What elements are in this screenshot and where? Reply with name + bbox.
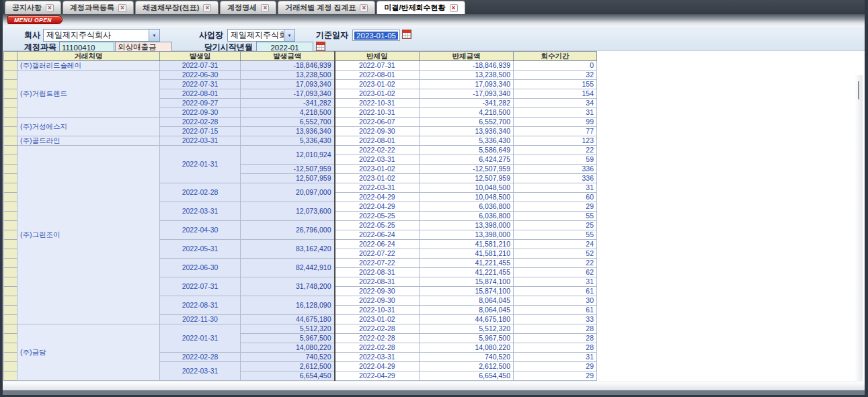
- repayment-amount-cell[interactable]: 5,512,320: [420, 324, 514, 334]
- tab-close-icon[interactable]: ×: [450, 4, 458, 12]
- calendar-icon[interactable]: [316, 42, 325, 51]
- occurrence-date-cell[interactable]: 2022-09-27: [160, 99, 241, 108]
- occurrence-amount-cell[interactable]: 44,675,180: [241, 315, 335, 324]
- collection-period-cell[interactable]: 55: [514, 212, 597, 221]
- collection-period-cell[interactable]: 77: [514, 127, 597, 136]
- tab-item[interactable]: 미결/반제회수현황×: [377, 1, 465, 14]
- repayment-amount-cell[interactable]: 41,581,210: [420, 249, 514, 259]
- collection-period-cell[interactable]: 25: [514, 221, 597, 230]
- repayment-amount-cell[interactable]: 6,424,275: [420, 155, 514, 165]
- occurrence-date-cell[interactable]: 2022-05-31: [160, 240, 241, 259]
- tab-close-icon[interactable]: ×: [118, 4, 126, 12]
- repayment-date-cell[interactable]: 2022-03-31: [335, 183, 420, 193]
- repayment-amount-cell[interactable]: -341,282: [420, 99, 514, 108]
- tab-item[interactable]: 계정과목등록×: [63, 1, 134, 14]
- vertical-scrollbar-thumb[interactable]: [858, 81, 859, 99]
- repayment-date-cell[interactable]: 2022-02-28: [335, 334, 420, 343]
- occurrence-amount-cell[interactable]: -12,507,959: [241, 165, 335, 174]
- repayment-amount-cell[interactable]: 10,048,500: [420, 193, 514, 202]
- occurrence-amount-cell[interactable]: 5,512,320: [241, 324, 335, 334]
- occurrence-amount-cell[interactable]: 6,654,450: [241, 371, 335, 381]
- tab-close-icon[interactable]: ×: [203, 4, 211, 12]
- collection-period-cell[interactable]: 22: [514, 259, 597, 268]
- row-indicator-cell[interactable]: [4, 89, 17, 99]
- occurrence-amount-cell[interactable]: 5,336,430: [241, 136, 335, 146]
- collection-period-cell[interactable]: 29: [514, 202, 597, 212]
- row-indicator-cell[interactable]: [4, 277, 17, 287]
- collection-period-cell[interactable]: 34: [514, 99, 597, 108]
- repayment-date-cell[interactable]: 2022-07-22: [335, 249, 420, 259]
- repayment-date-cell[interactable]: 2022-07-31: [335, 61, 420, 71]
- row-indicator-cell[interactable]: [4, 99, 17, 108]
- collection-period-cell[interactable]: 31: [514, 353, 597, 362]
- table-row[interactable]: (주)금담2022-01-315,512,3202022-02-285,512,…: [4, 324, 597, 334]
- row-indicator-cell[interactable]: [4, 296, 17, 306]
- tab-item[interactable]: 공지사항×: [5, 1, 61, 14]
- customer-name-cell[interactable]: (주)그린조이: [17, 146, 160, 324]
- occurrence-date-cell[interactable]: 2022-03-31: [160, 202, 241, 221]
- calendar-icon[interactable]: [402, 30, 411, 39]
- repayment-amount-cell[interactable]: 5,967,500: [420, 334, 514, 343]
- collection-period-cell[interactable]: 29: [514, 362, 597, 371]
- occurrence-amount-cell[interactable]: 13,238,500: [241, 71, 335, 80]
- occurrence-amount-cell[interactable]: 83,162,420: [241, 240, 335, 259]
- repayment-date-cell[interactable]: 2022-02-28: [335, 343, 420, 353]
- repayment-date-cell[interactable]: 2022-10-31: [335, 99, 420, 108]
- occurrence-date-cell[interactable]: 2022-08-01: [160, 89, 241, 99]
- horizontal-scrollbar[interactable]: [3, 381, 865, 390]
- row-indicator-cell[interactable]: [4, 259, 17, 268]
- collection-period-cell[interactable]: 60: [514, 193, 597, 202]
- row-indicator-cell[interactable]: [4, 268, 17, 277]
- repayment-date-cell[interactable]: 2022-04-29: [335, 371, 420, 381]
- repayment-date-cell[interactable]: 2022-05-25: [335, 221, 420, 230]
- occurrence-amount-cell[interactable]: 5,967,500: [241, 334, 335, 343]
- collection-period-cell[interactable]: 31: [514, 108, 597, 118]
- row-indicator-cell[interactable]: [4, 334, 17, 343]
- repayment-amount-cell[interactable]: 6,654,450: [420, 371, 514, 381]
- occurrence-amount-cell[interactable]: -341,282: [241, 99, 335, 108]
- collection-period-cell[interactable]: 22: [514, 146, 597, 155]
- repayment-amount-cell[interactable]: -17,093,340: [420, 89, 514, 99]
- row-indicator-cell[interactable]: [4, 240, 17, 249]
- occurrence-amount-cell[interactable]: 2,612,500: [241, 362, 335, 371]
- repayment-amount-cell[interactable]: 10,048,500: [420, 183, 514, 193]
- collection-period-cell[interactable]: 32: [514, 71, 597, 80]
- row-indicator-cell[interactable]: [4, 249, 17, 259]
- chevron-down-icon[interactable]: ▼: [149, 30, 159, 41]
- row-indicator-cell[interactable]: [4, 174, 17, 183]
- repayment-amount-cell[interactable]: 5,586,649: [420, 146, 514, 155]
- collection-period-cell[interactable]: 29: [514, 371, 597, 381]
- repayment-date-cell[interactable]: 2022-09-30: [335, 287, 420, 296]
- row-indicator-cell[interactable]: [4, 362, 17, 371]
- occurrence-amount-cell[interactable]: 20,097,000: [241, 183, 335, 202]
- row-indicator-cell[interactable]: [4, 353, 17, 362]
- occurrence-amount-cell[interactable]: 26,796,000: [241, 221, 335, 240]
- table-row[interactable]: (주)갤러리드슬레이2022-07-31-18,846,9392022-07-3…: [4, 61, 597, 71]
- occurrence-date-cell[interactable]: 2022-03-31: [160, 136, 241, 146]
- repayment-date-cell[interactable]: 2022-02-28: [335, 324, 420, 334]
- table-row[interactable]: (주)거성에스지2022-02-286,552,7002022-06-076,5…: [4, 118, 597, 127]
- occurrence-date-cell[interactable]: 2022-06-30: [160, 71, 241, 80]
- collection-period-cell[interactable]: 30: [514, 296, 597, 306]
- occurrence-date-cell[interactable]: 2022-06-30: [160, 259, 241, 277]
- collection-period-cell[interactable]: 28: [514, 334, 597, 343]
- occurrence-date-cell[interactable]: 2022-07-31: [160, 80, 241, 89]
- row-indicator-cell[interactable]: [4, 202, 17, 212]
- row-indicator-cell[interactable]: [4, 324, 17, 334]
- row-indicator-cell[interactable]: [4, 221, 17, 230]
- customer-name-cell[interactable]: (주)갤러리드슬레이: [17, 61, 160, 71]
- row-indicator-cell[interactable]: [4, 136, 17, 146]
- collection-period-cell[interactable]: 154: [514, 89, 597, 99]
- row-indicator-cell[interactable]: [4, 165, 17, 174]
- row-indicator-cell[interactable]: [4, 343, 17, 353]
- repayment-date-cell[interactable]: 2022-03-31: [335, 155, 420, 165]
- collection-period-cell[interactable]: 33: [514, 315, 597, 324]
- occurrence-date-cell[interactable]: 2022-07-31: [160, 61, 241, 71]
- occurrence-amount-cell[interactable]: 4,218,500: [241, 108, 335, 118]
- occurrence-amount-cell[interactable]: 14,080,220: [241, 343, 335, 353]
- repayment-date-cell[interactable]: 2022-06-24: [335, 240, 420, 249]
- tab-close-icon[interactable]: ×: [261, 4, 269, 12]
- repayment-amount-cell[interactable]: 4,218,500: [420, 108, 514, 118]
- collection-period-cell[interactable]: 24: [514, 240, 597, 249]
- row-indicator-cell[interactable]: [4, 155, 17, 165]
